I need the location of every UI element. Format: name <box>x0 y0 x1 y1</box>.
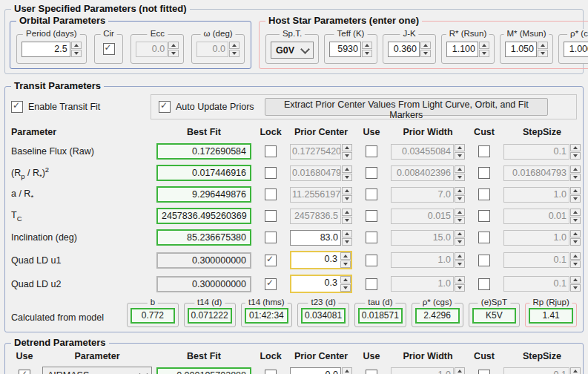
cust-checkbox[interactable]: ✓ <box>478 278 490 290</box>
spin-up-button[interactable] <box>340 276 351 283</box>
prior-center-spinner-value[interactable]: 0.0 <box>290 367 341 374</box>
spin-down-button[interactable] <box>455 217 465 224</box>
lock-checkbox[interactable]: ✓ <box>265 167 277 179</box>
spin-down-button[interactable] <box>342 152 352 160</box>
spin-down-button[interactable] <box>455 284 465 292</box>
prior-center-spinner-value[interactable]: 0.016804793 <box>290 165 341 181</box>
spin-up-button[interactable] <box>455 187 465 194</box>
spin-down-button[interactable] <box>570 152 581 160</box>
spin-down-button[interactable] <box>570 217 581 224</box>
use-checkbox[interactable]: ✓ <box>366 278 377 290</box>
spin-down-button[interactable] <box>570 174 581 181</box>
stepsize-spinner-value[interactable]: 0.1 <box>503 144 569 160</box>
enable-transit-fit-checkbox[interactable]: ✓ <box>11 101 23 113</box>
spin-down-button[interactable] <box>342 238 352 246</box>
prior-center-spinner-value[interactable]: 2457836.5 <box>290 209 341 224</box>
spin-up-button[interactable] <box>342 144 352 151</box>
jk-value[interactable]: 0.360 <box>388 42 420 57</box>
prior-width-spinner-value[interactable]: 0.015 <box>391 209 454 224</box>
rstar-value[interactable]: 1.100 <box>446 42 478 57</box>
stepsize-spinner-value[interactable]: 0.1 <box>503 252 569 268</box>
spin-down-button[interactable] <box>455 174 465 181</box>
prior-width-spinner-value[interactable]: 0.03455084 <box>391 144 454 160</box>
prior-width-spinner-value[interactable]: 1.0 <box>391 252 454 268</box>
spin-up-button[interactable] <box>455 230 465 237</box>
spin-up-button[interactable] <box>455 165 465 173</box>
spin-up-button[interactable] <box>570 144 581 151</box>
mstar-value[interactable]: 1.050 <box>505 42 537 57</box>
spin-down-button[interactable] <box>168 50 179 57</box>
lock-checkbox[interactable]: ✓ <box>265 188 277 200</box>
teff-value[interactable]: 5930 <box>329 42 361 57</box>
period-value[interactable]: 2.5 <box>22 42 70 57</box>
prior-width-spinner-value[interactable]: 7.0 <box>391 187 454 203</box>
use-checkbox[interactable]: ✓ <box>366 188 377 200</box>
prior-center-spinner-value[interactable]: 11.255619761 <box>290 187 341 203</box>
auto-update-priors-checkbox[interactable]: ✓ <box>159 101 171 113</box>
spin-down-button[interactable] <box>570 284 581 292</box>
cust-checkbox[interactable]: ✓ <box>478 145 490 157</box>
detrend-use-checkbox[interactable]: ✓ <box>19 370 30 374</box>
extract-prior-center-button[interactable]: Extract Prior Center Values From Light C… <box>265 98 548 116</box>
cust-checkbox[interactable]: ✓ <box>478 188 490 200</box>
rho-value[interactable]: 1.000 <box>564 42 588 57</box>
spin-up-button[interactable] <box>570 367 581 374</box>
ecc-value[interactable]: 0.0 <box>136 42 168 57</box>
spin-down-button[interactable] <box>342 174 352 181</box>
spin-up-button[interactable] <box>479 42 489 49</box>
spin-up-button[interactable] <box>342 367 352 374</box>
stepsize-spinner-value[interactable]: 0.1 <box>503 276 569 292</box>
cust-checkbox[interactable]: ✓ <box>478 210 490 222</box>
prior-width-spinner-value[interactable]: 1.0 <box>391 276 454 292</box>
spin-down-button[interactable] <box>479 50 489 57</box>
cust-checkbox[interactable]: ✓ <box>478 255 490 266</box>
stepsize-spinner-value[interactable]: 1.0 <box>503 187 569 203</box>
cust-checkbox[interactable]: ✓ <box>478 232 490 243</box>
stepsize-spinner-value[interactable]: 0.016804793 <box>503 165 569 181</box>
spin-up-button[interactable] <box>342 230 352 237</box>
lock-checkbox[interactable]: ✓ <box>265 278 277 290</box>
spin-up-button[interactable] <box>570 252 581 260</box>
spin-up-button[interactable] <box>342 209 352 216</box>
stepsize-spinner-value[interactable]: 0.01 <box>503 209 569 224</box>
use-checkbox[interactable]: ✓ <box>366 232 377 243</box>
spin-up-button[interactable] <box>342 187 352 194</box>
lock-checkbox[interactable]: ✓ <box>265 145 277 157</box>
spin-down-button[interactable] <box>538 50 548 57</box>
spin-down-button[interactable] <box>455 238 465 246</box>
prior-center-spinner-value[interactable]: 0.3 <box>291 252 340 268</box>
spt-select[interactable]: G0V <box>271 42 314 59</box>
omega-value[interactable]: 0.0 <box>196 42 228 57</box>
spin-down-button[interactable] <box>71 50 82 57</box>
spin-down-button[interactable] <box>420 50 431 57</box>
spin-up-button[interactable] <box>455 252 465 260</box>
spin-down-button[interactable] <box>342 217 352 224</box>
spin-up-button[interactable] <box>455 276 465 283</box>
spin-up-button[interactable] <box>420 42 431 49</box>
spin-up-button[interactable] <box>362 42 372 49</box>
spin-down-button[interactable] <box>455 195 465 203</box>
spin-down-button[interactable] <box>570 260 581 268</box>
spin-up-button[interactable] <box>342 165 352 173</box>
spin-down-button[interactable] <box>342 195 352 203</box>
use-checkbox[interactable]: ✓ <box>366 167 377 179</box>
spin-down-button[interactable] <box>340 260 351 268</box>
use-checkbox[interactable]: ✓ <box>366 370 377 374</box>
spin-up-button[interactable] <box>570 165 581 173</box>
prior-width-spinner-value[interactable]: 0.008402396 <box>391 165 454 181</box>
detrend-parameter-select[interactable]: AIRMASS <box>42 367 152 374</box>
spin-up-button[interactable] <box>455 367 465 374</box>
lock-checkbox[interactable]: ✓ <box>265 255 277 266</box>
spin-up-button[interactable] <box>570 230 581 237</box>
lock-checkbox[interactable]: ✓ <box>265 232 277 243</box>
spin-up-button[interactable] <box>229 42 240 49</box>
cir-checkbox[interactable]: ✓ <box>103 43 115 55</box>
spin-down-button[interactable] <box>229 50 240 57</box>
cust-checkbox[interactable]: ✓ <box>478 370 490 374</box>
spin-down-button[interactable] <box>362 50 372 57</box>
spin-down-button[interactable] <box>570 238 581 246</box>
use-checkbox[interactable]: ✓ <box>366 145 377 157</box>
prior-center-spinner-value[interactable]: 0.172754202 <box>290 144 341 160</box>
spin-up-button[interactable] <box>538 42 548 49</box>
cust-checkbox[interactable]: ✓ <box>478 167 490 179</box>
